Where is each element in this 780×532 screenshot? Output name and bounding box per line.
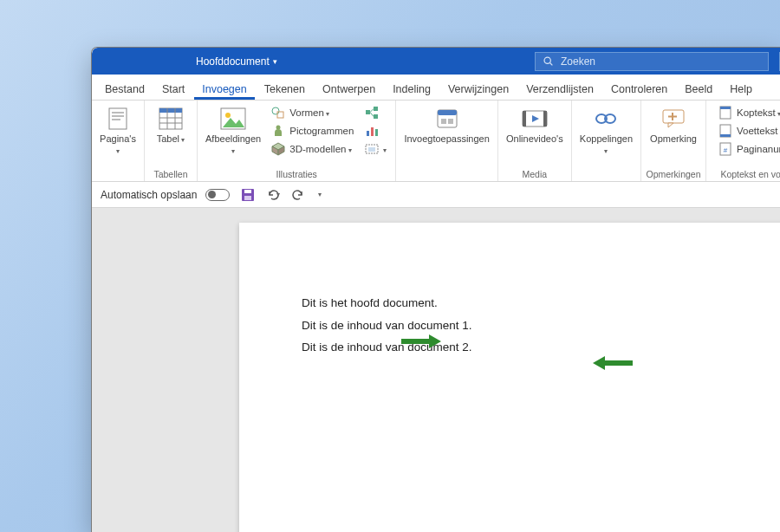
group-label-illustrations: Illustraties [198,169,395,181]
chart-button[interactable] [362,122,389,139]
images-button[interactable]: Afbeeldingen [204,104,263,157]
pagenumber-label: Paginanummer [737,144,780,154]
redo-icon [291,188,305,202]
tab-bestand[interactable]: Bestand [97,78,153,100]
svg-rect-27 [371,127,374,136]
annotation-arrow-left [400,334,441,349]
pagenumber-button[interactable]: # Paginanummer [716,140,780,158]
svg-rect-54 [244,190,251,193]
addins-icon [434,106,460,132]
ribbon-group-links: Koppelingen [572,101,641,181]
table-button[interactable]: Tabel [151,104,191,146]
tab-controleren[interactable]: Controleren [603,78,675,100]
svg-rect-22 [374,107,378,111]
links-label: Koppelingen [580,133,633,155]
comment-icon [660,106,686,132]
comment-button[interactable]: Opmerking [647,104,699,146]
svg-rect-36 [523,111,526,127]
qat-customize-chevron-icon[interactable]: ▾ [318,191,322,198]
screenshot-button[interactable] [362,140,389,158]
undo-button[interactable]: ▾ [266,188,280,202]
screenshot-icon [365,142,379,156]
header-label: Koptekst [737,107,780,118]
ribbon-group-headerfooter: Koptekst Voettekst # Paginanummer Koptek… [706,101,780,181]
save-button[interactable] [238,185,257,204]
footer-icon [718,124,732,138]
group-label-headerfooter: Koptekst en voettekst [706,169,780,181]
pictogram-label: Pictogrammen [289,126,354,136]
title-bar: Hoofddocument ▾ Zoeken [92,48,780,75]
svg-marker-57 [429,334,441,348]
header-icon [718,106,732,120]
footer-button[interactable]: Voettekst [716,122,780,139]
svg-rect-46 [720,107,731,109]
online-video-button[interactable]: Onlinevideo's [504,104,565,146]
shapes-label: Vormen [289,107,329,118]
svg-rect-37 [543,111,547,127]
tab-indeling[interactable]: Indeling [385,78,439,100]
redo-button[interactable] [289,185,308,204]
group-label-links [572,169,640,181]
tab-verzendlijsten[interactable]: Verzendlijsten [518,78,601,100]
document-line: Dit is de inhoud van document 2. [302,336,740,359]
ribbon-group-media: Onlinevideo's Media [498,101,572,181]
addins-button[interactable]: Invoegtoepassingen [402,104,491,146]
3d-label: 3D-modellen [289,144,351,154]
link-icon [593,106,619,132]
svg-rect-23 [374,114,378,119]
search-icon [543,55,554,67]
icons-button[interactable]: Pictogrammen [269,122,356,139]
document-title[interactable]: Hoofddocument ▾ [196,55,277,68]
svg-line-25 [370,113,374,117]
ribbon: Pagina's Tabel Tabellen [92,101,780,182]
svg-point-13 [225,113,231,118]
tab-beeld[interactable]: Beeld [677,78,720,100]
svg-rect-32 [438,110,457,115]
svg-marker-59 [593,356,605,370]
tab-ontwerpen[interactable]: Ontwerpen [315,78,383,100]
group-label-media: Media [498,169,571,181]
svg-rect-33 [441,119,446,124]
svg-rect-55 [244,196,251,200]
search-box[interactable]: Zoeken [535,52,769,71]
tab-help[interactable]: Help [722,78,760,100]
comment-label: Opmerking [650,133,697,145]
svg-rect-7 [159,108,182,113]
save-icon [241,188,255,202]
picture-icon [220,106,246,132]
ribbon-group-addins: Invoegtoepassingen [396,101,497,181]
autosave-toggle[interactable] [205,189,230,201]
svg-point-17 [276,126,281,130]
quick-access-toolbar: Automatisch opslaan ▾ ▾ [92,182,780,208]
tab-tekenen[interactable]: Tekenen [257,78,313,100]
svg-point-0 [544,57,550,63]
images-label: Afbeeldingen [205,133,261,155]
pages-button[interactable]: Pagina's [98,104,138,157]
shapes-icon [271,106,285,120]
svg-rect-28 [375,129,378,136]
smartart-icon [365,106,379,120]
ribbon-group-pages: Pagina's [92,101,145,181]
tab-verwijzingen[interactable]: Verwijzingen [440,78,517,100]
page-icon [105,106,131,132]
header-button[interactable]: Koptekst [716,104,780,121]
shapes-button[interactable]: Vormen [269,104,356,121]
svg-point-15 [272,107,279,114]
pagenumber-icon: # [718,142,732,156]
footer-label: Voettekst [737,126,780,136]
svg-marker-42 [668,123,673,127]
chevron-down-icon: ▾ [273,57,277,66]
ribbon-tabs: Bestand Start Invoegen Tekenen Ontwerpen… [92,75,780,101]
3d-models-button[interactable]: 3D-modellen [269,140,356,158]
document-line: Dit is de inhoud van document 1. [302,315,740,337]
tab-invoegen[interactable]: Invoegen [194,78,254,100]
screenshot-caret [383,144,387,154]
document-page[interactable]: Dit is het hoofd document. Dit is de inh… [239,223,780,532]
svg-line-1 [550,63,553,66]
annotation-arrow-right [593,355,634,371]
tab-start[interactable]: Start [154,78,192,100]
links-button[interactable]: Koppelingen [578,104,634,157]
search-placeholder: Zoeken [561,55,595,68]
document-title-text: Hoofddocument [196,55,270,68]
smartart-button[interactable] [362,104,389,121]
